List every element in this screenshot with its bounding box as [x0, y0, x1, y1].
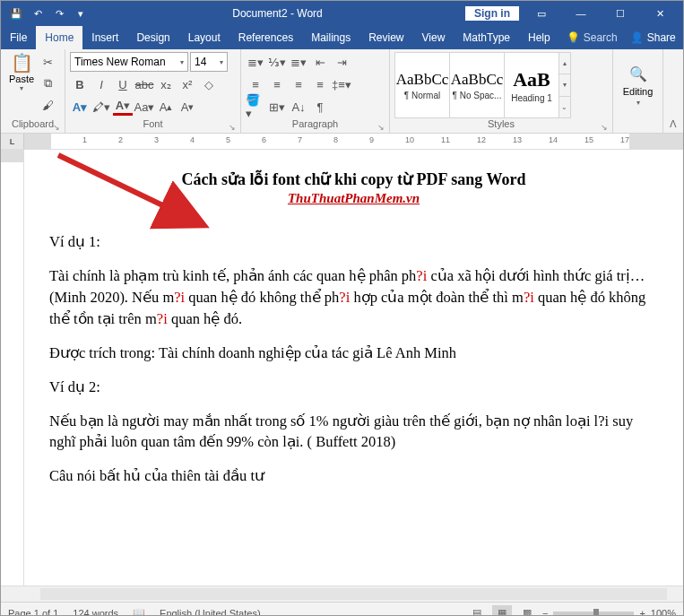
font-name-selector[interactable]: Times New Roman▾: [70, 52, 188, 72]
style-heading-1[interactable]: AaB Heading 1: [504, 52, 559, 118]
tab-references[interactable]: References: [229, 26, 302, 49]
tell-me-search[interactable]: 💡 Search: [567, 26, 618, 49]
clear-formatting-icon[interactable]: ◇: [199, 74, 219, 94]
numbering-button[interactable]: ⅓▾: [267, 52, 287, 72]
status-page[interactable]: Page 1 of 1: [8, 608, 58, 617]
strikethrough-button[interactable]: abc: [134, 74, 154, 94]
paragraph[interactable]: Ví dụ 1:: [49, 231, 658, 253]
status-word-count[interactable]: 124 words: [73, 608, 118, 617]
borders-button[interactable]: ⊞▾: [267, 97, 287, 117]
clipboard-launcher-icon[interactable]: ↘: [53, 123, 60, 132]
zoom-slider[interactable]: [553, 612, 634, 615]
align-right-button[interactable]: ≡: [289, 74, 308, 94]
tab-view[interactable]: View: [413, 26, 455, 49]
shrink-font-button[interactable]: A▾: [177, 97, 197, 117]
styles-group-label: Styles: [488, 118, 515, 129]
ribbon-display-options-icon[interactable]: ▭: [524, 2, 559, 25]
find-icon[interactable]: 🔍: [628, 65, 648, 84]
show-hide-button[interactable]: ¶: [310, 97, 330, 117]
styles-down-icon[interactable]: ▾: [558, 74, 570, 96]
styles-expand-icon[interactable]: ⌄: [558, 97, 570, 117]
tab-file[interactable]: File: [1, 26, 36, 49]
page[interactable]: Cách sửa lỗi font chữ khi copy từ PDF sa…: [24, 150, 683, 586]
status-language[interactable]: English (United States): [160, 608, 261, 617]
sign-in-button[interactable]: Sign in: [464, 5, 520, 22]
align-left-button[interactable]: ≡: [246, 74, 265, 94]
justify-button[interactable]: ≡: [310, 74, 330, 94]
document-body[interactable]: Ví dụ 1: Tài chính là phạm trù kinh tế, …: [49, 231, 658, 487]
paragraph[interactable]: Câu nói bất hủ của thiên tài đầu tư: [49, 465, 658, 487]
grow-font-button[interactable]: A▴: [156, 97, 176, 117]
paragraph[interactable]: Được trích trong: Tài chính doanh nghiệp…: [49, 343, 658, 364]
redo-icon[interactable]: ↷: [49, 4, 69, 23]
font-name-value: Times New Roman: [74, 56, 166, 68]
style-normal[interactable]: AaBbCc ¶ Normal: [394, 52, 450, 118]
tab-selector[interactable]: L: [1, 134, 24, 149]
style-no-spacing[interactable]: AaBbCc ¶ No Spac...: [449, 52, 505, 118]
highlight-button[interactable]: 🖍▾: [91, 97, 111, 117]
superscript-button[interactable]: x²: [177, 74, 197, 94]
tab-insert[interactable]: Insert: [82, 26, 127, 49]
maximize-icon[interactable]: ☐: [602, 2, 638, 25]
multilevel-list-button[interactable]: ≣▾: [289, 52, 308, 72]
tab-home[interactable]: Home: [36, 26, 82, 49]
tab-layout[interactable]: Layout: [179, 26, 229, 49]
undo-icon[interactable]: ↶: [28, 4, 48, 23]
shading-button[interactable]: 🪣▾: [246, 97, 265, 117]
editing-dropdown-icon[interactable]: ▾: [636, 99, 640, 107]
paragraph[interactable]: Nếu bạn là người may mắn nhất trong số 1…: [49, 411, 658, 454]
tab-mathtype[interactable]: MathType: [454, 26, 519, 49]
collapse-ribbon-icon[interactable]: ᐱ: [670, 118, 677, 130]
horizontal-scrollbar[interactable]: [1, 586, 683, 602]
tab-mailings[interactable]: Mailings: [302, 26, 359, 49]
status-spellcheck-icon[interactable]: 📖: [133, 607, 145, 616]
tab-review[interactable]: Review: [359, 26, 412, 49]
view-web-layout-icon[interactable]: ▩: [517, 605, 537, 617]
bold-button[interactable]: B: [70, 74, 90, 94]
text-effects-button[interactable]: A▾: [70, 97, 90, 117]
zoom-in-button[interactable]: +: [639, 608, 645, 617]
paste-button[interactable]: 📋 Paste ▾: [5, 52, 38, 118]
zoom-level[interactable]: 100%: [651, 608, 676, 617]
align-center-button[interactable]: ≡: [267, 74, 287, 94]
paragraph[interactable]: Ví dụ 2:: [49, 377, 658, 398]
ribbon: 📋 Paste ▾ ✂ ⧉ 🖌 Clipboard↘ Times New Rom…: [1, 49, 683, 134]
font-launcher-icon[interactable]: ↘: [229, 123, 236, 132]
styles-up-icon[interactable]: ▴: [558, 53, 570, 74]
copy-icon[interactable]: ⧉: [38, 74, 57, 93]
qat-customize-icon[interactable]: ▾: [71, 4, 91, 23]
sort-button[interactable]: A↓: [289, 97, 308, 117]
status-bar: Page 1 of 1 124 words 📖 English (United …: [1, 602, 683, 616]
underline-button[interactable]: U: [113, 74, 133, 94]
tab-help[interactable]: Help: [519, 26, 559, 49]
save-icon[interactable]: 💾: [6, 4, 26, 23]
share-button[interactable]: 👤 Share: [618, 26, 684, 49]
subscript-button[interactable]: x₂: [156, 74, 176, 94]
change-case-button[interactable]: Aa▾: [134, 97, 154, 117]
page-viewport[interactable]: Cách sửa lỗi font chữ khi copy từ PDF sa…: [24, 150, 683, 586]
tab-design[interactable]: Design: [127, 26, 178, 49]
style-name: ¶ No Spac...: [453, 91, 502, 100]
font-color-button[interactable]: A▾: [113, 98, 133, 116]
paragraph-launcher-icon[interactable]: ↘: [377, 123, 385, 132]
ruler-horizontal[interactable]: L 123 456 789 101112 131415 17: [1, 134, 683, 150]
line-spacing-button[interactable]: ‡≡▾: [332, 74, 351, 94]
increase-indent-button[interactable]: ⇥: [332, 52, 351, 72]
format-painter-icon[interactable]: 🖌: [38, 95, 57, 115]
paragraph[interactable]: Tài chính là phạm trù kinh tế, phản ánh …: [49, 265, 658, 330]
cut-icon[interactable]: ✂: [38, 52, 57, 72]
zoom-out-button[interactable]: −: [542, 608, 548, 617]
font-size-selector[interactable]: 14▾: [190, 52, 228, 72]
styles-launcher-icon[interactable]: ↘: [601, 123, 608, 132]
view-read-mode-icon[interactable]: ▤: [467, 605, 487, 617]
decrease-indent-button[interactable]: ⇤: [310, 52, 330, 72]
font-group-label: Font: [143, 118, 162, 129]
svg-line-0: [58, 155, 200, 223]
style-name: Heading 1: [511, 93, 552, 103]
minimize-icon[interactable]: ―: [563, 2, 599, 25]
italic-button[interactable]: I: [91, 74, 111, 94]
ruler-vertical[interactable]: [1, 150, 24, 586]
view-print-layout-icon[interactable]: ▦: [492, 605, 512, 617]
close-icon[interactable]: ✕: [642, 2, 678, 25]
bullets-button[interactable]: ≣▾: [246, 52, 265, 72]
